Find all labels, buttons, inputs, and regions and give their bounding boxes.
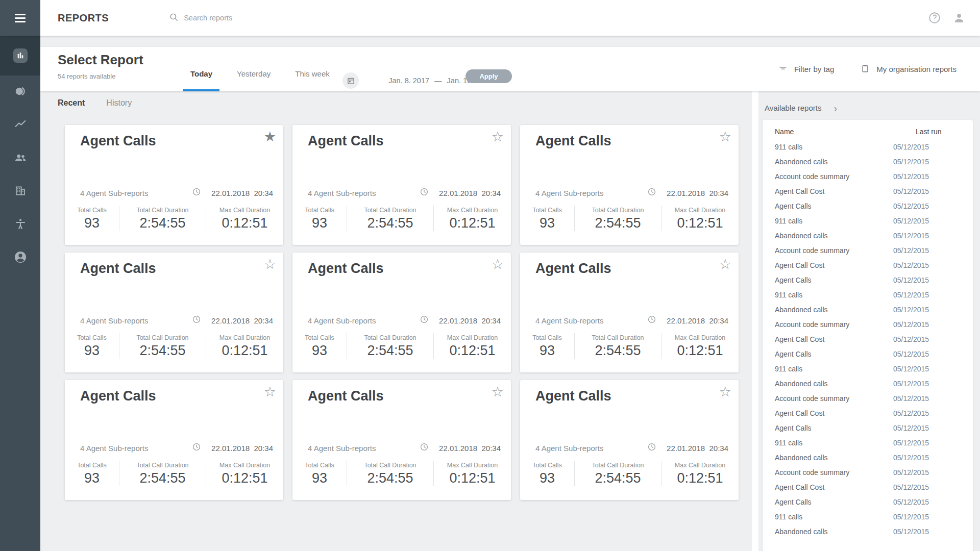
report-list-row[interactable]: Agent Calls 05/12/2015 — [763, 198, 973, 213]
report-list-row[interactable]: Abandoned calls 05/12/2015 — [763, 228, 973, 243]
column-header-name: Name — [763, 128, 890, 136]
report-card[interactable]: Agent Calls ☆ 4 Agent Sub-reports 22.01.… — [292, 253, 511, 372]
stat-total-calls: Total Calls93 — [65, 206, 119, 231]
report-last-run: 05/12/2015 — [890, 261, 973, 269]
report-last-run: 05/12/2015 — [890, 483, 973, 491]
report-list-row[interactable]: Abandoned calls 05/12/2015 — [763, 376, 973, 391]
stat-total-call-duration: Total Call Duration2:54:55 — [119, 461, 206, 486]
report-list-row[interactable]: Account code summary 05/12/2015 — [763, 243, 973, 258]
report-card[interactable]: Agent Calls ☆ 4 Agent Sub-reports 22.01.… — [292, 125, 511, 245]
report-name: Account code summary — [763, 246, 890, 255]
list-tab-history[interactable]: History — [106, 98, 132, 108]
report-last-run: 05/12/2015 — [890, 172, 973, 181]
filter-by-tag-label: Filter by tag — [794, 65, 834, 73]
star-icon[interactable]: ☆ — [719, 256, 731, 273]
sidebar-item-account[interactable] — [0, 241, 40, 274]
sidebar-item-statistics[interactable] — [0, 109, 40, 142]
recent-history-tabs: RecentHistory — [58, 98, 132, 108]
stat-value: 93 — [292, 215, 347, 231]
user-avatar-icon[interactable] — [952, 11, 966, 24]
star-icon[interactable]: ☆ — [492, 128, 504, 146]
report-list-row[interactable]: 911 calls 05/12/2015 — [763, 213, 973, 228]
range-tab-yesterday[interactable]: Yesterday — [225, 47, 283, 91]
report-list-row[interactable]: Account code summary 05/12/2015 — [763, 169, 973, 184]
sidebar-item-wallboards[interactable] — [0, 76, 40, 109]
stat-label: Total Calls — [520, 207, 574, 214]
star-icon[interactable]: ☆ — [719, 383, 731, 401]
report-list-row[interactable]: Account code summary 05/12/2015 — [763, 391, 973, 406]
last-run-datetime: 22.01.2018 20:34 — [667, 189, 728, 197]
report-list-row[interactable]: Agent Calls 05/12/2015 — [763, 420, 973, 435]
stat-value: 0:12:51 — [206, 215, 283, 231]
stat-value: 0:12:51 — [206, 343, 283, 359]
calendar-icon[interactable] — [342, 72, 359, 89]
help-icon[interactable] — [928, 11, 941, 24]
stat-value: 93 — [65, 343, 119, 359]
report-name: Account code summary — [763, 320, 890, 329]
star-icon[interactable]: ★ — [264, 128, 276, 146]
date-range-start[interactable]: Jan. 8. 2017 — [388, 77, 429, 85]
main-scrollbar-track[interactable] — [752, 91, 758, 551]
subreports-label: 4 Agent Sub-reports — [535, 316, 603, 325]
report-card[interactable]: Agent Calls ☆ 4 Agent Sub-reports 22.01.… — [292, 380, 511, 500]
report-name: Agent Call Cost — [763, 261, 890, 269]
report-card[interactable]: Agent Calls ☆ 4 Agent Sub-reports 22.01.… — [65, 253, 283, 372]
search-input[interactable] — [184, 14, 337, 22]
stat-value: 2:54:55 — [119, 470, 206, 486]
report-list-row[interactable]: Agent Calls 05/12/2015 — [763, 494, 973, 509]
sidebar-item-reports[interactable] — [0, 36, 40, 76]
report-list-row[interactable]: Account code summary 05/12/2015 — [763, 465, 973, 480]
report-card[interactable]: Agent Calls ☆ 4 Agent Sub-reports 22.01.… — [520, 125, 739, 245]
range-tab-this-week[interactable]: This week — [283, 47, 342, 91]
filter-by-tag-button[interactable]: Filter by tag — [778, 64, 834, 74]
report-list-row[interactable]: 911 calls 05/12/2015 — [763, 509, 973, 524]
report-list-row[interactable]: Agent Calls 05/12/2015 — [763, 346, 973, 361]
sidebar-item-organisation[interactable] — [0, 175, 40, 208]
report-list-row[interactable]: Abandoned calls 05/12/2015 — [763, 154, 973, 169]
report-list-row[interactable]: Agent Call Cost 05/12/2015 — [763, 184, 973, 198]
stat-total-calls: Total Calls93 — [292, 206, 347, 231]
report-list-row[interactable]: Abandoned calls 05/12/2015 — [763, 450, 973, 465]
last-run-datetime: 22.01.2018 20:34 — [667, 444, 728, 453]
stat-label: Total Call Duration — [347, 207, 433, 214]
sidebar-item-users[interactable] — [0, 142, 40, 175]
report-list-row[interactable]: 911 calls 05/12/2015 — [763, 361, 973, 376]
star-icon[interactable]: ☆ — [492, 256, 504, 273]
report-list-row[interactable]: 911 calls 05/12/2015 — [763, 435, 973, 450]
report-list-row[interactable]: Account code summary 05/12/2015 — [763, 317, 973, 332]
report-list-row[interactable]: Agent Call Cost 05/12/2015 — [763, 406, 973, 420]
report-card[interactable]: Agent Calls ★ 4 Agent Sub-reports 22.01.… — [65, 125, 283, 245]
report-list-row[interactable]: 911 calls 05/12/2015 — [763, 287, 973, 302]
report-last-run: 05/12/2015 — [890, 439, 973, 447]
sidebar-item-accessibility[interactable] — [0, 208, 40, 241]
star-icon[interactable]: ☆ — [264, 383, 276, 401]
list-tab-recent[interactable]: Recent — [58, 98, 85, 108]
clock-icon — [647, 442, 656, 454]
report-list-row[interactable]: Agent Call Cost 05/12/2015 — [763, 480, 973, 494]
report-list-row[interactable]: Abandoned calls 05/12/2015 — [763, 524, 973, 539]
report-list-row[interactable]: Agent Calls 05/12/2015 — [763, 272, 973, 287]
report-card-title: Agent Calls — [535, 388, 611, 404]
my-organisation-reports-button[interactable]: My organisation reports — [861, 64, 957, 74]
hamburger-menu-button[interactable] — [0, 0, 40, 36]
star-icon[interactable]: ☆ — [264, 256, 276, 273]
report-card[interactable]: Agent Calls ☆ 4 Agent Sub-reports 22.01.… — [520, 380, 739, 500]
star-icon[interactable]: ☆ — [492, 383, 504, 401]
report-list-row[interactable]: Agent Call Cost 05/12/2015 — [763, 258, 973, 272]
available-reports-link[interactable]: Available reports › — [765, 104, 837, 112]
apply-button[interactable]: Apply — [465, 69, 512, 83]
report-last-run: 05/12/2015 — [890, 335, 973, 343]
report-name: Agent Calls — [763, 424, 890, 432]
report-card[interactable]: Agent Calls ☆ 4 Agent Sub-reports 22.01.… — [520, 253, 739, 372]
report-card[interactable]: Agent Calls ☆ 4 Agent Sub-reports 22.01.… — [65, 380, 283, 500]
range-tab-today[interactable]: Today — [178, 47, 225, 91]
report-list-row[interactable]: Abandoned calls 05/12/2015 — [763, 302, 973, 317]
report-name: 911 calls — [763, 513, 890, 521]
stat-total-calls: Total Calls93 — [65, 333, 119, 359]
stat-label: Total Calls — [520, 334, 574, 341]
subreports-label: 4 Agent Sub-reports — [308, 316, 376, 325]
stat-value: 0:12:51 — [434, 343, 511, 359]
report-list-row[interactable]: Agent Call Cost 05/12/2015 — [763, 332, 973, 346]
star-icon[interactable]: ☆ — [719, 128, 731, 146]
report-list-row[interactable]: 911 calls 05/12/2015 — [763, 139, 973, 154]
